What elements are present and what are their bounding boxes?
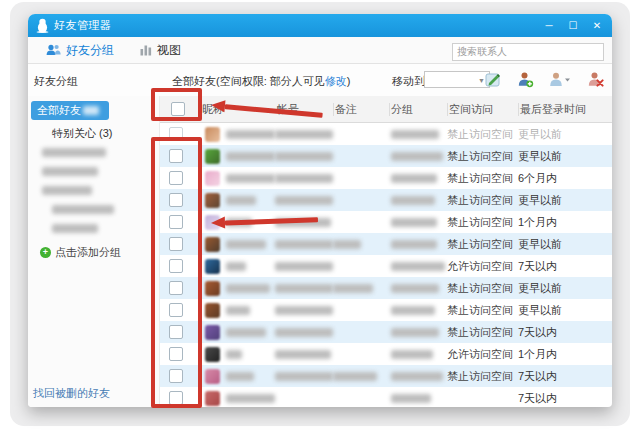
cell-group <box>389 365 447 387</box>
sidebar-group-item[interactable] <box>28 181 159 200</box>
cell-remark <box>333 145 389 167</box>
group-blurred <box>391 152 443 161</box>
last-login-value: 1个月内 <box>518 347 557 362</box>
column-label-remark: 备注 <box>335 102 357 117</box>
cell-remark <box>333 365 389 387</box>
toolbar: 好友分组 视图 <box>28 37 612 64</box>
cell-remark <box>333 167 389 189</box>
cell-nick <box>200 365 275 387</box>
add-group-button[interactable]: + 点击添加分组 <box>40 245 159 260</box>
last-login-value: 更早以前 <box>518 149 562 164</box>
bar-chart-icon <box>140 44 152 56</box>
column-header-group: 分组 <box>389 96 447 123</box>
modify-link[interactable]: 修改 <box>325 75 347 87</box>
table-row[interactable]: 7天以内 <box>160 387 612 407</box>
table-row[interactable]: 禁止访问空间更早以前 <box>160 299 612 321</box>
filter-bar: 好友分组 全部好友(空间权限: 部分人可见修改) 移动到 ▼ <box>28 64 612 96</box>
cell-acct <box>275 321 333 343</box>
sidebar-group-item[interactable] <box>28 143 159 162</box>
cell-remark <box>333 321 389 343</box>
move-to-label: 移动到 <box>392 74 425 89</box>
maximize-button[interactable]: ☐ <box>566 21 580 31</box>
friend-table: 昵称帐号备注分组空间访问最后登录时间 禁止访问空间更早以前禁止访问空间更早以前禁… <box>160 96 612 407</box>
table-row[interactable]: 禁止访问空间更早以前 <box>160 145 612 167</box>
table-row[interactable]: 禁止访问空间更早以前 <box>160 189 612 211</box>
table-row[interactable]: 禁止访问空间7天以内 <box>160 365 612 387</box>
sidebar-item-special-care[interactable]: 特别关心 (3) <box>28 120 159 143</box>
plus-icon: + <box>40 247 51 258</box>
cell-nick <box>200 343 275 365</box>
friend-dropdown-icon[interactable] <box>548 70 572 88</box>
nickname-blurred <box>226 240 266 249</box>
add-friend-icon[interactable] <box>516 70 534 88</box>
nickname-blurred <box>226 284 270 293</box>
last-login-value: 7天以内 <box>518 369 557 384</box>
group-name-blurred <box>42 167 98 176</box>
cell-remark <box>333 211 389 233</box>
sidebar-group-item[interactable] <box>28 200 159 219</box>
cell-login: 1个月内 <box>518 343 612 365</box>
minimize-button[interactable]: ─ <box>542 21 556 31</box>
cell-nick <box>200 255 275 277</box>
tab-friend-groups[interactable]: 好友分组 <box>46 42 114 59</box>
all-friends-label: 全部好友 <box>37 103 81 118</box>
table-row[interactable]: 禁止访问空间更早以前 <box>160 123 612 145</box>
group-blurred <box>391 130 439 139</box>
search-input[interactable] <box>452 43 604 61</box>
group-blurred <box>391 350 433 359</box>
space-access-value: 禁止访问空间 <box>447 281 513 296</box>
table-row[interactable]: 禁止访问空间更早以前 <box>160 277 612 299</box>
cell-login: 6个月内 <box>518 167 612 189</box>
cell-login: 7天以内 <box>518 365 612 387</box>
annotation-rect-row-checkboxes <box>151 137 202 408</box>
table-row[interactable]: 允许访问空间1个月内 <box>160 343 612 365</box>
sidebar-group-item[interactable] <box>28 219 159 238</box>
account-blurred <box>275 196 333 205</box>
edit-icon[interactable] <box>484 70 502 88</box>
table-row[interactable]: 禁止访问空间7天以内 <box>160 321 612 343</box>
cell-access: 禁止访问空间 <box>447 189 518 211</box>
cell-remark <box>333 277 389 299</box>
main-area: 全部好友 特别关心 (3) + 点击添加分组 找回被删的好友 昵称帐号备注分组空… <box>28 96 612 407</box>
table-row[interactable]: 允许访问空间7天以内 <box>160 255 612 277</box>
cell-group <box>389 145 447 167</box>
recover-deleted-friends-link[interactable]: 找回被删的好友 <box>33 386 110 401</box>
table-row[interactable]: 禁止访问空间6个月内 <box>160 167 612 189</box>
cell-acct <box>275 189 333 211</box>
cell-acct <box>275 145 333 167</box>
qq-penguin-icon <box>36 18 49 33</box>
avatar <box>205 325 220 340</box>
tab-view[interactable]: 视图 <box>140 42 181 59</box>
avatar <box>205 259 220 274</box>
cell-remark <box>333 299 389 321</box>
cell-acct <box>275 123 333 145</box>
window-controls: ─ ☐ ✕ <box>542 21 604 31</box>
scope-prefix: 全部好友(空间权限: 部分人可见 <box>172 75 325 87</box>
sidebar-group-item[interactable] <box>28 162 159 181</box>
nickname-blurred <box>226 394 275 403</box>
avatar <box>205 171 220 186</box>
group-name-blurred <box>52 224 98 233</box>
cell-access: 禁止访问空间 <box>447 299 518 321</box>
account-blurred <box>275 306 333 315</box>
last-login-value: 更早以前 <box>518 237 562 252</box>
cell-nick <box>200 299 275 321</box>
group-blurred <box>391 306 435 315</box>
cell-acct <box>275 277 333 299</box>
move-to-dropdown[interactable]: ▼ <box>424 71 490 88</box>
cell-access: 禁止访问空间 <box>447 233 518 255</box>
cell-group <box>389 255 447 277</box>
remark-blurred <box>333 240 361 249</box>
table-row[interactable]: 禁止访问空间更早以前 <box>160 233 612 255</box>
cell-login: 7天以内 <box>518 321 612 343</box>
account-blurred <box>275 328 333 337</box>
nickname-blurred <box>226 306 250 315</box>
avatar <box>205 369 220 384</box>
cell-group <box>389 233 447 255</box>
remark-blurred <box>333 372 377 381</box>
nickname-blurred <box>226 350 242 359</box>
delete-friend-icon[interactable] <box>586 70 604 88</box>
sidebar-item-all-friends[interactable]: 全部好友 <box>31 101 109 120</box>
cell-login: 7天以内 <box>518 255 612 277</box>
close-button[interactable]: ✕ <box>590 21 604 31</box>
